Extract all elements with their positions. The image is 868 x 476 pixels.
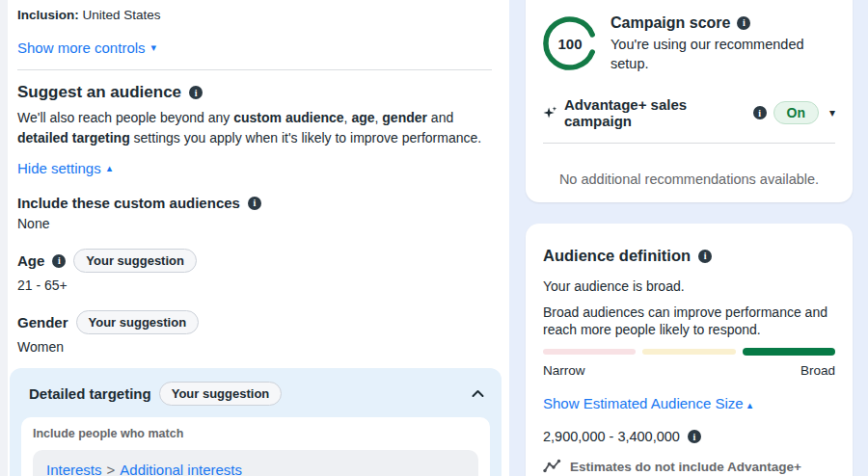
age-value: 21 - 65+ <box>17 278 492 293</box>
campaign-score-title: Campaign score i <box>610 13 835 33</box>
inclusion-label: Inclusion: <box>17 8 79 22</box>
campaign-score-row: 100 Campaign score i You're using our re… <box>543 13 835 73</box>
gender-label-row: Gender Your suggestion <box>17 310 492 334</box>
meter-labels: Narrow Broad <box>543 363 835 378</box>
age-suggestion-badge: Your suggestion <box>73 249 197 273</box>
detailed-targeting-card: Include people who match Interests>Addit… <box>21 417 490 476</box>
campaign-score-subtitle: You're using our recommended setup. <box>610 35 835 73</box>
recommendations-sidebar: 100 Campaign score i You're using our re… <box>509 0 868 476</box>
score-gauge: 100 <box>543 16 597 70</box>
meter-segment-broad <box>743 348 835 356</box>
estimated-audience-size: 2,900,000 - 3,400,000 i <box>543 429 835 444</box>
campaign-score-texts: Campaign score i You're using our recomm… <box>610 13 835 73</box>
audience-targeting-panel: Inclusion: United States Show more contr… <box>0 0 509 476</box>
detailed-targeting-section: Detailed targeting Your suggestion Inclu… <box>10 368 502 476</box>
estimate-note-row: Estimates do not include Advantage+ audi… <box>543 458 835 476</box>
advantage-status-toggle[interactable]: On <box>773 101 819 124</box>
advantage-campaign-row: Advantage+ sales campaign i On ▾ <box>543 96 835 129</box>
narrow-label: Narrow <box>543 363 585 378</box>
meter-segment-narrow <box>543 349 636 355</box>
meter-segment-mid <box>642 349 735 355</box>
caret-down-icon: ▾ <box>151 42 157 53</box>
interest-group: Interests>Additional interests Desk (hom… <box>33 450 478 476</box>
advantage-campaign-label: Advantage+ sales campaign <box>564 96 746 129</box>
audience-definition-title: Audience definition i <box>543 247 835 265</box>
no-recommendations-text: No additional recommendations available. <box>543 151 835 207</box>
custom-audiences-label: Include these custom audiences i <box>17 195 492 211</box>
card-divider <box>543 143 835 144</box>
info-icon[interactable]: i <box>688 430 701 443</box>
inclusion-line: Inclusion: United States <box>17 8 492 22</box>
audience-definition-card: Audience definition i Your audience is b… <box>526 224 853 476</box>
trend-line-icon <box>543 459 561 474</box>
suggest-audience-description: We'll also reach people beyond any custo… <box>17 108 492 148</box>
info-icon[interactable]: i <box>248 197 261 210</box>
info-icon[interactable]: i <box>189 86 203 99</box>
caret-down-icon[interactable]: ▾ <box>829 106 835 119</box>
detailed-targeting-label: Detailed targeting <box>29 385 151 402</box>
breadcrumb-additional-interests-link[interactable]: Additional interests <box>120 462 242 476</box>
include-people-label: Include people who match <box>33 427 478 440</box>
detailed-targeting-header: Detailed targeting Your suggestion <box>21 380 490 406</box>
breadcrumb-interests-link[interactable]: Interests <box>46 462 102 476</box>
audience-broad-description: Broad audiences can improve performance … <box>543 304 835 338</box>
gender-suggestion-badge: Your suggestion <box>76 310 200 334</box>
show-estimated-audience-size-link[interactable]: Show Estimated Audience Size ▴ <box>543 395 835 411</box>
sparkle-icon <box>543 105 557 120</box>
broad-label: Broad <box>800 363 835 378</box>
campaign-score-value: 100 <box>543 16 597 70</box>
breadcrumb-separator: > <box>102 462 121 476</box>
chevron-up-icon[interactable] <box>468 385 488 402</box>
campaign-score-card: 100 Campaign score i You're using our re… <box>526 0 853 202</box>
gender-value: Women <box>17 339 492 355</box>
caret-up-icon: ▴ <box>747 399 753 410</box>
caret-up-icon: ▴ <box>107 163 113 173</box>
age-label-row: Age i Your suggestion <box>17 249 492 273</box>
estimate-note-text: Estimates do not include Advantage+ audi… <box>570 458 835 476</box>
audience-breadth-meter <box>543 348 835 356</box>
inclusion-value: United States <box>83 8 161 22</box>
show-more-controls-link[interactable]: Show more controls ▾ <box>17 40 156 56</box>
hide-settings-link[interactable]: Hide settings ▴ <box>17 160 112 176</box>
info-icon[interactable]: i <box>52 254 66 268</box>
info-icon[interactable]: i <box>753 106 767 119</box>
suggest-audience-title: Suggest an audience i <box>17 83 492 102</box>
detailed-targeting-suggestion-badge: Your suggestion <box>159 382 283 406</box>
breadcrumb: Interests>Additional interests <box>42 460 471 476</box>
info-icon[interactable]: i <box>737 16 750 30</box>
audience-broad-text: Your audience is broad. <box>543 278 835 294</box>
custom-audiences-value: None <box>17 216 492 231</box>
info-icon[interactable]: i <box>698 250 712 263</box>
section-divider <box>17 69 492 70</box>
